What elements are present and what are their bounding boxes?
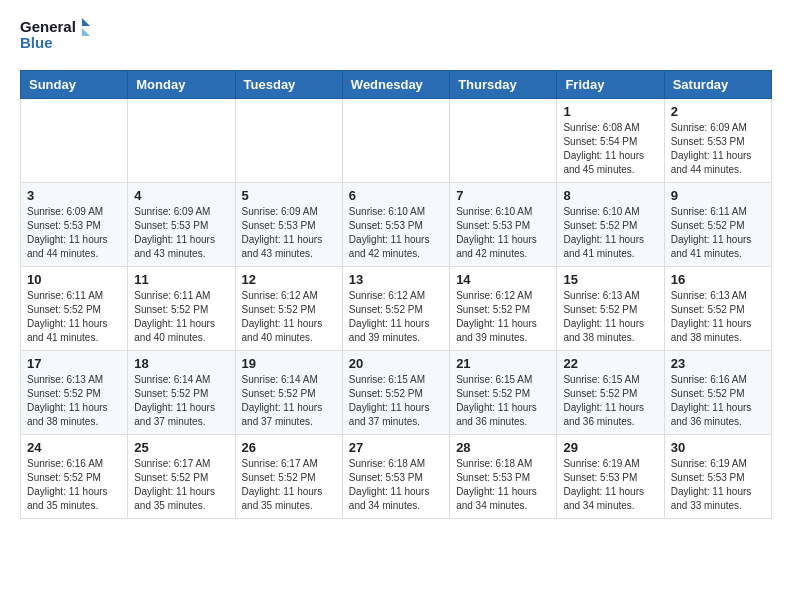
cell-content: Sunrise: 6:13 AM Sunset: 5:52 PM Dayligh… [671, 289, 765, 345]
daylight-text: Daylight: 11 hours and 42 minutes. [456, 234, 537, 259]
sunrise-text: Sunrise: 6:15 AM [349, 374, 425, 385]
calendar-cell: 17 Sunrise: 6:13 AM Sunset: 5:52 PM Dayl… [21, 351, 128, 435]
daylight-text: Daylight: 11 hours and 35 minutes. [242, 486, 323, 511]
sunrise-text: Sunrise: 6:11 AM [134, 290, 210, 301]
sunset-text: Sunset: 5:52 PM [134, 472, 208, 483]
daylight-text: Daylight: 11 hours and 34 minutes. [456, 486, 537, 511]
weekday-header-sunday: Sunday [21, 71, 128, 99]
calendar-cell: 23 Sunrise: 6:16 AM Sunset: 5:52 PM Dayl… [664, 351, 771, 435]
sunset-text: Sunset: 5:52 PM [349, 304, 423, 315]
cell-content: Sunrise: 6:15 AM Sunset: 5:52 PM Dayligh… [563, 373, 657, 429]
cell-content: Sunrise: 6:16 AM Sunset: 5:52 PM Dayligh… [671, 373, 765, 429]
sunrise-text: Sunrise: 6:17 AM [134, 458, 210, 469]
sunset-text: Sunset: 5:52 PM [27, 472, 101, 483]
sunset-text: Sunset: 5:52 PM [242, 388, 316, 399]
daylight-text: Daylight: 11 hours and 34 minutes. [349, 486, 430, 511]
day-number: 11 [134, 272, 228, 287]
sunrise-text: Sunrise: 6:16 AM [671, 374, 747, 385]
day-number: 22 [563, 356, 657, 371]
sunset-text: Sunset: 5:52 PM [671, 388, 745, 399]
day-number: 7 [456, 188, 550, 203]
day-number: 27 [349, 440, 443, 455]
daylight-text: Daylight: 11 hours and 41 minutes. [671, 234, 752, 259]
cell-content: Sunrise: 6:17 AM Sunset: 5:52 PM Dayligh… [134, 457, 228, 513]
sunset-text: Sunset: 5:53 PM [456, 472, 530, 483]
calendar-cell: 20 Sunrise: 6:15 AM Sunset: 5:52 PM Dayl… [342, 351, 449, 435]
calendar-cell [128, 99, 235, 183]
calendar-cell: 7 Sunrise: 6:10 AM Sunset: 5:53 PM Dayli… [450, 183, 557, 267]
daylight-text: Daylight: 11 hours and 36 minutes. [671, 402, 752, 427]
day-number: 25 [134, 440, 228, 455]
cell-content: Sunrise: 6:10 AM Sunset: 5:53 PM Dayligh… [456, 205, 550, 261]
cell-content: Sunrise: 6:11 AM Sunset: 5:52 PM Dayligh… [671, 205, 765, 261]
page: General Blue SundayMondayTuesdayWednesda… [0, 0, 792, 539]
cell-content: Sunrise: 6:13 AM Sunset: 5:52 PM Dayligh… [563, 289, 657, 345]
day-number: 29 [563, 440, 657, 455]
calendar-cell: 10 Sunrise: 6:11 AM Sunset: 5:52 PM Dayl… [21, 267, 128, 351]
sunset-text: Sunset: 5:52 PM [456, 304, 530, 315]
sunrise-text: Sunrise: 6:09 AM [134, 206, 210, 217]
sunset-text: Sunset: 5:53 PM [27, 220, 101, 231]
calendar-cell [342, 99, 449, 183]
day-number: 6 [349, 188, 443, 203]
calendar-cell: 18 Sunrise: 6:14 AM Sunset: 5:52 PM Dayl… [128, 351, 235, 435]
sunset-text: Sunset: 5:52 PM [563, 304, 637, 315]
sunrise-text: Sunrise: 6:12 AM [456, 290, 532, 301]
weekday-header-monday: Monday [128, 71, 235, 99]
daylight-text: Daylight: 11 hours and 37 minutes. [134, 402, 215, 427]
daylight-text: Daylight: 11 hours and 37 minutes. [349, 402, 430, 427]
sunrise-text: Sunrise: 6:11 AM [27, 290, 103, 301]
sunrise-text: Sunrise: 6:08 AM [563, 122, 639, 133]
sunset-text: Sunset: 5:52 PM [27, 388, 101, 399]
sunrise-text: Sunrise: 6:14 AM [134, 374, 210, 385]
daylight-text: Daylight: 11 hours and 39 minutes. [456, 318, 537, 343]
sunset-text: Sunset: 5:52 PM [27, 304, 101, 315]
sunset-text: Sunset: 5:52 PM [242, 472, 316, 483]
logo: General Blue [20, 16, 90, 58]
calendar-cell: 11 Sunrise: 6:11 AM Sunset: 5:52 PM Dayl… [128, 267, 235, 351]
cell-content: Sunrise: 6:18 AM Sunset: 5:53 PM Dayligh… [456, 457, 550, 513]
sunset-text: Sunset: 5:52 PM [134, 304, 208, 315]
daylight-text: Daylight: 11 hours and 40 minutes. [242, 318, 323, 343]
day-number: 4 [134, 188, 228, 203]
sunrise-text: Sunrise: 6:13 AM [563, 290, 639, 301]
sunset-text: Sunset: 5:52 PM [563, 388, 637, 399]
calendar-cell: 2 Sunrise: 6:09 AM Sunset: 5:53 PM Dayli… [664, 99, 771, 183]
calendar-body: 1 Sunrise: 6:08 AM Sunset: 5:54 PM Dayli… [21, 99, 772, 519]
sunrise-text: Sunrise: 6:18 AM [456, 458, 532, 469]
day-number: 15 [563, 272, 657, 287]
sunrise-text: Sunrise: 6:19 AM [563, 458, 639, 469]
day-number: 19 [242, 356, 336, 371]
svg-text:Blue: Blue [20, 34, 53, 51]
sunset-text: Sunset: 5:53 PM [563, 472, 637, 483]
calendar-header: SundayMondayTuesdayWednesdayThursdayFrid… [21, 71, 772, 99]
daylight-text: Daylight: 11 hours and 34 minutes. [563, 486, 644, 511]
sunset-text: Sunset: 5:53 PM [671, 136, 745, 147]
calendar-cell: 1 Sunrise: 6:08 AM Sunset: 5:54 PM Dayli… [557, 99, 664, 183]
calendar-cell: 15 Sunrise: 6:13 AM Sunset: 5:52 PM Dayl… [557, 267, 664, 351]
day-number: 18 [134, 356, 228, 371]
cell-content: Sunrise: 6:12 AM Sunset: 5:52 PM Dayligh… [242, 289, 336, 345]
weekday-header-friday: Friday [557, 71, 664, 99]
sunset-text: Sunset: 5:53 PM [349, 220, 423, 231]
calendar-cell: 27 Sunrise: 6:18 AM Sunset: 5:53 PM Dayl… [342, 435, 449, 519]
daylight-text: Daylight: 11 hours and 35 minutes. [134, 486, 215, 511]
cell-content: Sunrise: 6:18 AM Sunset: 5:53 PM Dayligh… [349, 457, 443, 513]
calendar-cell: 16 Sunrise: 6:13 AM Sunset: 5:52 PM Dayl… [664, 267, 771, 351]
daylight-text: Daylight: 11 hours and 44 minutes. [671, 150, 752, 175]
day-number: 1 [563, 104, 657, 119]
daylight-text: Daylight: 11 hours and 45 minutes. [563, 150, 644, 175]
day-number: 16 [671, 272, 765, 287]
calendar-week-4: 17 Sunrise: 6:13 AM Sunset: 5:52 PM Dayl… [21, 351, 772, 435]
cell-content: Sunrise: 6:15 AM Sunset: 5:52 PM Dayligh… [456, 373, 550, 429]
sunset-text: Sunset: 5:53 PM [349, 472, 423, 483]
calendar-cell: 14 Sunrise: 6:12 AM Sunset: 5:52 PM Dayl… [450, 267, 557, 351]
day-number: 24 [27, 440, 121, 455]
calendar-cell: 19 Sunrise: 6:14 AM Sunset: 5:52 PM Dayl… [235, 351, 342, 435]
calendar-cell: 3 Sunrise: 6:09 AM Sunset: 5:53 PM Dayli… [21, 183, 128, 267]
calendar-cell: 8 Sunrise: 6:10 AM Sunset: 5:52 PM Dayli… [557, 183, 664, 267]
day-number: 12 [242, 272, 336, 287]
daylight-text: Daylight: 11 hours and 36 minutes. [563, 402, 644, 427]
calendar-cell: 12 Sunrise: 6:12 AM Sunset: 5:52 PM Dayl… [235, 267, 342, 351]
cell-content: Sunrise: 6:09 AM Sunset: 5:53 PM Dayligh… [134, 205, 228, 261]
